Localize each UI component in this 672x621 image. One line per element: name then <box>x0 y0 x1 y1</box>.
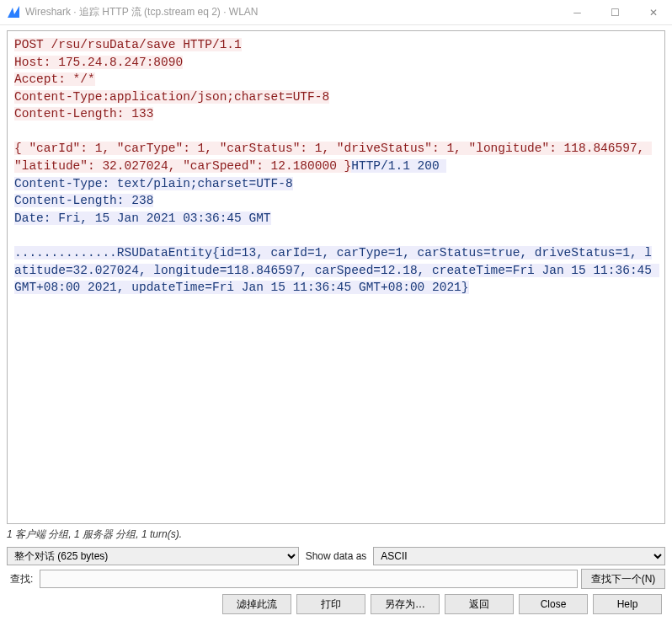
print-button[interactable]: 打印 <box>296 594 365 614</box>
packet-summary: 1 客户端 分组, 1 服务器 分组, 1 turn(s). <box>7 527 665 542</box>
maximize-button[interactable]: ☐ <box>596 0 634 24</box>
response-text: HTTP/1.1 200 Content-Type: text/plain;ch… <box>14 159 659 294</box>
help-button[interactable]: Help <box>593 594 662 614</box>
minimize-button[interactable]: ─ <box>558 0 596 24</box>
back-button[interactable]: 返回 <box>445 594 514 614</box>
encoding-select[interactable]: ASCII <box>373 547 665 565</box>
close-window-button[interactable]: ✕ <box>634 0 672 24</box>
client-area: POST /rsu/rsuData/save HTTP/1.1 Host: 17… <box>0 25 672 621</box>
window-controls: ─ ☐ ✕ <box>558 0 672 24</box>
find-input[interactable] <box>40 570 578 588</box>
window-title: Wireshark · 追踪 HTTP 流 (tcp.stream eq 2) … <box>25 5 558 19</box>
filter-out-button[interactable]: 滤掉此流 <box>222 594 291 614</box>
app-icon <box>7 6 20 19</box>
find-row: 查找: 查找下一个(N) <box>7 569 665 589</box>
show-data-as-label: Show data as <box>302 550 371 562</box>
find-next-button[interactable]: 查找下一个(N) <box>581 569 665 589</box>
stream-content[interactable]: POST /rsu/rsuData/save HTTP/1.1 Host: 17… <box>7 30 665 524</box>
button-row: 滤掉此流 打印 另存为… 返回 Close Help <box>7 594 665 614</box>
find-label: 查找: <box>7 572 36 586</box>
titlebar: Wireshark · 追踪 HTTP 流 (tcp.stream eq 2) … <box>0 0 672 25</box>
close-button[interactable]: Close <box>519 594 588 614</box>
request-text: POST /rsu/rsuData/save HTTP/1.1 Host: 17… <box>14 38 652 173</box>
conversation-select[interactable]: 整个对话 (625 bytes) <box>7 547 299 565</box>
conversation-row: 整个对话 (625 bytes) Show data as ASCII <box>7 547 665 565</box>
save-as-button[interactable]: 另存为… <box>371 594 440 614</box>
